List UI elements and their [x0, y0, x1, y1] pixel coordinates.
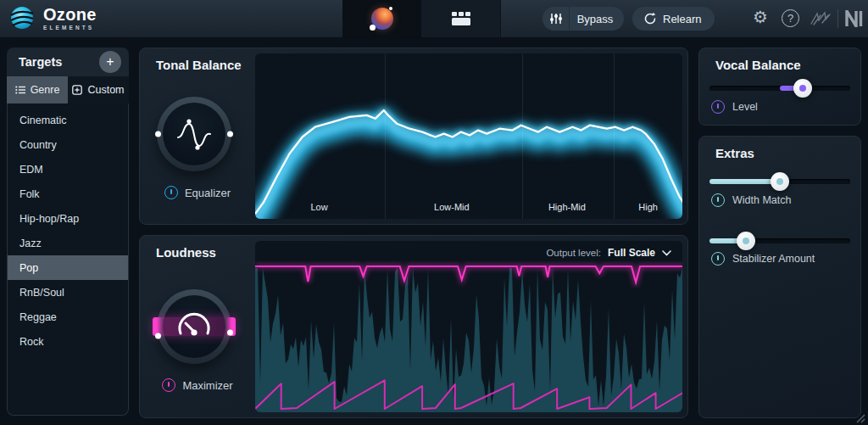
faders-icon: [542, 7, 570, 31]
slider-handle[interactable]: [771, 172, 789, 191]
loudness-waveform: [255, 241, 682, 412]
genre-item-reggae[interactable]: Reggae: [8, 305, 128, 329]
tab-assistant-view[interactable]: [342, 0, 421, 37]
output-level-value: Full Scale: [608, 247, 655, 259]
slider-handle[interactable]: [737, 232, 755, 250]
view-tabs: [342, 0, 501, 37]
width-match-slider[interactable]: [709, 172, 850, 191]
maximizer-module-row: Maximizer: [140, 378, 255, 392]
genre-item-folk[interactable]: Folk: [8, 182, 128, 206]
targets-tabs: Genre Custom: [7, 76, 129, 103]
width-match-label: Width Match: [732, 194, 791, 206]
gauge-icon: [172, 305, 216, 349]
genre-item-pop[interactable]: Pop: [8, 255, 128, 280]
vocal-balance-title: Vocal Balance: [715, 58, 801, 72]
loudness-panel: Loudness Maximizer: [139, 235, 688, 418]
slider-handle[interactable]: [793, 79, 812, 98]
targets-title: Targets: [19, 55, 62, 69]
knob-min-dot: [155, 333, 161, 338]
app-name: Ozone: [43, 6, 97, 23]
app-edition: ELEMENTS: [43, 25, 97, 31]
ozone-swirl-icon: [8, 4, 36, 31]
ni-logo: [844, 10, 863, 27]
stabilizer-amount-label: Stabilizer Amount: [732, 253, 815, 265]
width-match-row: Width Match: [711, 193, 791, 207]
zone-divider: [614, 53, 615, 219]
genre-item-hip-hop-rap[interactable]: Hip-hop/Rap: [8, 206, 128, 231]
add-target-button[interactable]: +: [99, 51, 121, 73]
eq-curve-icon: [172, 112, 216, 156]
genre-list: CinematicCountryEDMFolkHip-hop/RapJazzPo…: [7, 103, 129, 416]
relearn-label: Relearn: [663, 13, 702, 25]
stabilizer-power-icon[interactable]: [711, 252, 725, 266]
zone-label: Low-Mid: [434, 202, 470, 212]
equalizer-power-icon[interactable]: [164, 186, 178, 199]
zone-divider: [385, 53, 386, 219]
genre-item-rnb-soul[interactable]: RnB/Soul: [8, 280, 128, 305]
level-power-icon[interactable]: [711, 100, 725, 114]
tab-modules-view[interactable]: [421, 0, 501, 37]
targets-header: Targets +: [7, 48, 129, 76]
genre-item-rock[interactable]: Rock: [8, 329, 128, 354]
tonal-balance-title: Tonal Balance: [156, 58, 242, 72]
chevron-down-icon: [662, 250, 671, 256]
genre-item-cinematic[interactable]: Cinematic: [8, 108, 128, 132]
izotope-scribble-icon: [809, 10, 832, 27]
maximizer-knob[interactable]: [157, 289, 231, 364]
settings-gear-icon[interactable]: ⚙: [753, 7, 768, 27]
extras-panel: Extras Width Match Stabilizer Amount: [698, 136, 861, 418]
equalizer-label: Equalizer: [185, 187, 231, 199]
zone-label: High: [638, 202, 658, 212]
ozone-elements-window: Ozone ELEMENTS: [0, 0, 868, 425]
bypass-button[interactable]: Bypass: [542, 7, 624, 31]
add-square-icon: [72, 85, 82, 95]
list-icon: [15, 86, 25, 94]
assistant-sphere-icon: [371, 8, 393, 30]
knob-min-dot: [155, 131, 161, 137]
tonal-balance-panel: Tonal Balance Equalizer: [139, 48, 688, 225]
modules-rack-icon: [451, 11, 471, 26]
tab-genre[interactable]: Genre: [7, 76, 68, 103]
output-level-label: Output level:: [546, 248, 601, 258]
maximizer-label: Maximizer: [182, 379, 232, 392]
top-bar: Ozone ELEMENTS: [0, 0, 868, 38]
stabilizer-amount-slider[interactable]: [709, 232, 850, 250]
genre-item-jazz[interactable]: Jazz: [8, 231, 128, 255]
relearn-cycle-icon: [643, 12, 657, 25]
targets-panel: Targets + Genre Custom: [7, 48, 129, 416]
genre-item-country[interactable]: Country: [8, 132, 128, 157]
knob-max-dot: [227, 131, 233, 137]
level-control-row: Level: [711, 100, 758, 114]
output-level-dropdown[interactable]: Output level: Full Scale: [546, 247, 671, 259]
loudness-display: Output level: Full Scale: [255, 241, 682, 412]
equalizer-knob[interactable]: [157, 97, 231, 171]
relearn-button[interactable]: Relearn: [632, 7, 715, 31]
app-logo: Ozone ELEMENTS: [8, 4, 97, 31]
level-label: Level: [732, 101, 758, 113]
equalizer-module-row: Equalizer: [140, 186, 255, 199]
maximizer-power-icon[interactable]: [162, 378, 175, 392]
loudness-title: Loudness: [156, 245, 216, 260]
vocal-balance-panel: Vocal Balance Level: [698, 48, 861, 126]
extras-title: Extras: [715, 146, 754, 160]
resize-handle[interactable]: [854, 413, 865, 423]
tonal-balance-spectrum: [255, 53, 682, 219]
tab-custom[interactable]: Custom: [68, 76, 129, 103]
zone-label: Low: [311, 202, 328, 212]
width-match-power-icon[interactable]: [711, 193, 725, 207]
knob-max-dot: [227, 330, 233, 336]
stabilizer-amount-row: Stabilizer Amount: [711, 252, 815, 266]
genre-item-edm[interactable]: EDM: [8, 157, 128, 182]
vocal-level-slider[interactable]: [709, 79, 850, 98]
zone-label: High-Mid: [548, 202, 586, 212]
tonal-balance-display: LowLow-MidHigh-MidHigh: [255, 53, 682, 219]
bypass-label: Bypass: [570, 13, 624, 25]
topbar-divider: [837, 9, 838, 28]
zone-divider: [522, 53, 523, 219]
help-icon[interactable]: ?: [782, 9, 799, 27]
